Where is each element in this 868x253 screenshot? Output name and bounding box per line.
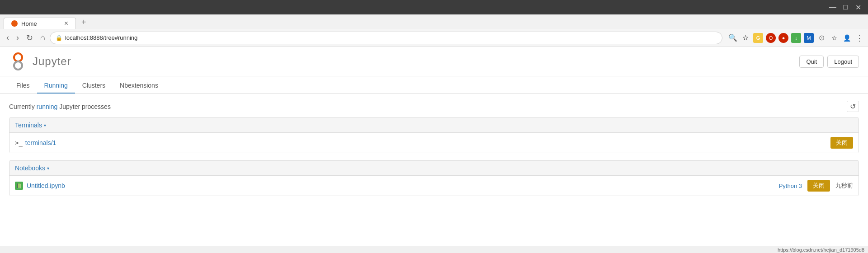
tab-files[interactable]: Files (9, 78, 37, 94)
tab-nbextensions[interactable]: Nbextensions (113, 78, 165, 94)
reload-button[interactable]: ↻ (24, 31, 36, 45)
refresh-icon[interactable]: ↺ (847, 101, 859, 112)
terminal-close-button[interactable]: 关闭 (830, 137, 853, 149)
notebook-time: 九秒前 (835, 182, 853, 190)
extension-icon-3[interactable]: ● (778, 33, 788, 43)
running-header-text: Currently running Jupyter processes (9, 103, 111, 110)
jupyter-logo: Jupyter (9, 52, 71, 70)
terminal-icon: >_ (15, 139, 23, 146)
terminal-row: >_ terminals/1 关闭 (9, 133, 859, 153)
search-icon[interactable]: 🔍 (728, 33, 738, 43)
jupyter-nav-tabs: Files Running Clusters Nbextensions (0, 78, 868, 94)
tab-close-button[interactable]: × (64, 20, 68, 27)
jupyter-logo-text: Jupyter (33, 55, 71, 68)
notebooks-section-header[interactable]: Notebooks ▾ (9, 161, 859, 176)
menu-icon[interactable]: ⋮ (854, 33, 864, 43)
account-icon[interactable]: 👤 (842, 33, 852, 43)
tab-clusters[interactable]: Clusters (75, 78, 113, 94)
extension-icon-1[interactable]: G (753, 33, 763, 43)
notebook-row: 📗 Untitled.ipynb Python 3 关闭 九秒前 (9, 176, 859, 196)
maximize-button[interactable]: □ (841, 3, 850, 12)
back-button[interactable]: ‹ (4, 31, 12, 44)
tab-title: Home (21, 20, 37, 27)
status-bar: https://blog.csdn.net/hejian_d171905d8 (0, 246, 868, 253)
terminals-section: Terminals ▾ >_ terminals/1 关闭 (9, 117, 859, 153)
terminal-link[interactable]: terminals/1 (25, 139, 56, 146)
terminals-section-header[interactable]: Terminals ▾ (9, 118, 859, 133)
terminals-title: Terminals (15, 122, 42, 129)
header-buttons: Quit Logout (799, 56, 859, 68)
jupyter-content: Currently running Jupyter processes ↺ Te… (0, 94, 868, 211)
terminal-row-right: 关闭 (830, 137, 853, 149)
notebooks-arrow: ▾ (47, 166, 49, 171)
notebooks-title: Notebooks (15, 164, 45, 172)
browser-tab[interactable]: Home × (4, 18, 76, 29)
address-bar: 🔒 localhost:8888/tree#running (50, 32, 722, 44)
tab-running[interactable]: Running (37, 78, 75, 94)
extension-icon-5[interactable]: M (804, 33, 814, 43)
address-text: localhost:8888/tree#running (65, 34, 137, 41)
extension-icon-4[interactable]: ↓ (791, 33, 801, 43)
new-tab-button[interactable]: + (78, 16, 90, 29)
star-icon[interactable]: ☆ (741, 33, 750, 43)
extension-icon-6[interactable]: ⊙ (816, 33, 826, 43)
extension-icon-2[interactable]: O (766, 33, 776, 43)
terminals-arrow: ▾ (44, 123, 46, 128)
jupyter-header: Jupyter Quit Logout (0, 47, 868, 76)
quit-button[interactable]: Quit (799, 56, 824, 68)
logout-button[interactable]: Logout (827, 56, 859, 68)
notebook-icon: 📗 (15, 182, 23, 190)
notebook-link[interactable]: Untitled.ipynb (27, 182, 65, 189)
lock-icon: 🔒 (56, 35, 62, 41)
forward-button[interactable]: › (14, 31, 22, 44)
notebook-row-right: Python 3 关闭 九秒前 (779, 180, 853, 192)
kernel-badge: Python 3 (779, 183, 802, 189)
tab-favicon (11, 20, 18, 27)
notebooks-section: Notebooks ▾ 📗 Untitled.ipynb Python 3 关闭… (9, 160, 859, 196)
notebooks-section-body: 📗 Untitled.ipynb Python 3 关闭 九秒前 (9, 176, 859, 196)
minimize-button[interactable]: — (828, 3, 837, 12)
status-url: https://blog.csdn.net/hejian_d171905d8 (778, 247, 864, 253)
bookmark-icon[interactable]: ☆ (829, 33, 839, 43)
close-window-button[interactable]: ✕ (854, 3, 863, 12)
notebook-close-button[interactable]: 关闭 (807, 180, 830, 192)
home-button[interactable]: ⌂ (38, 31, 48, 44)
terminals-section-body: >_ terminals/1 关闭 (9, 133, 859, 153)
